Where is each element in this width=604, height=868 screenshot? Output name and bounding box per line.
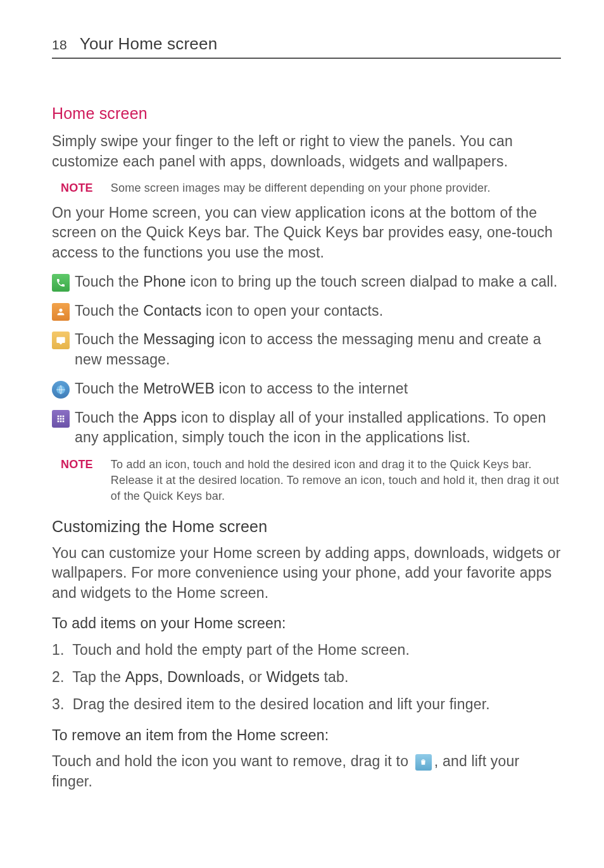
quickkey-item-contacts: Touch the Contacts icon to open your con… xyxy=(52,301,561,321)
remove-paragraph: Touch and hold the icon you want to remo… xyxy=(52,752,561,791)
quickkey-item-phone: Touch the Phone icon to bring up the tou… xyxy=(52,272,561,292)
quickkeys-paragraph: On your Home screen, you can view applic… xyxy=(52,203,561,263)
svg-rect-7 xyxy=(58,420,60,422)
messaging-icon xyxy=(52,332,70,349)
header-title: Your Home screen xyxy=(80,34,218,54)
intro-paragraph: Simply swipe your finger to the left or … xyxy=(52,132,561,171)
svg-rect-2 xyxy=(60,415,62,417)
phone-icon xyxy=(52,274,70,292)
note-text: Some screen images may be different depe… xyxy=(111,180,491,196)
svg-rect-6 xyxy=(63,418,65,419)
quickkey-item-apps: Touch the Apps icon to display all of yo… xyxy=(52,408,561,448)
customizing-intro: You can customize your Home screen by ad… xyxy=(52,543,561,604)
contacts-icon xyxy=(52,303,70,321)
note-row-1: NOTE Some screen images may be different… xyxy=(61,180,561,196)
note-label: NOTE xyxy=(61,180,93,195)
page-header: 18 Your Home screen xyxy=(52,34,561,59)
svg-rect-4 xyxy=(58,418,60,419)
subheading-remove-item: To remove an item from the Home screen: xyxy=(52,727,561,744)
apps-icon xyxy=(52,410,70,428)
note-label: NOTE xyxy=(61,457,93,471)
section-heading-customizing: Customizing the Home screen xyxy=(52,518,561,536)
list-item: 1. Touch and hold the empty part of the … xyxy=(52,640,561,660)
quickkey-text: Touch the Apps icon to display all of yo… xyxy=(75,408,561,448)
svg-rect-3 xyxy=(63,415,65,417)
page-number: 18 xyxy=(52,37,67,53)
quickkey-text: Touch the Messaging icon to access the m… xyxy=(75,330,561,369)
trash-icon xyxy=(415,754,432,771)
svg-rect-8 xyxy=(60,420,62,422)
svg-rect-9 xyxy=(63,420,65,422)
list-item: 2. Tap the Apps, Downloads, or Widgets t… xyxy=(52,667,561,688)
quickkey-item-metroweb: Touch the MetroWEB icon to access to the… xyxy=(52,379,561,399)
quickkey-text: Touch the Contacts icon to open your con… xyxy=(75,301,383,321)
svg-rect-1 xyxy=(58,415,60,417)
list-item: 3. Drag the desired item to the desired … xyxy=(52,694,561,715)
quickkey-text: Touch the MetroWEB icon to access to the… xyxy=(75,379,408,399)
metroweb-icon xyxy=(52,381,70,399)
svg-rect-5 xyxy=(60,418,62,419)
section-heading-home-screen: Home screen xyxy=(52,104,561,123)
quickkey-text: Touch the Phone icon to bring up the tou… xyxy=(75,272,558,292)
quickkey-item-messaging: Touch the Messaging icon to access the m… xyxy=(52,330,561,369)
note-row-2: NOTE To add an icon, touch and hold the … xyxy=(61,457,561,505)
note-text: To add an icon, touch and hold the desir… xyxy=(111,457,561,505)
subheading-add-items: To add items on your Home screen: xyxy=(52,615,561,632)
